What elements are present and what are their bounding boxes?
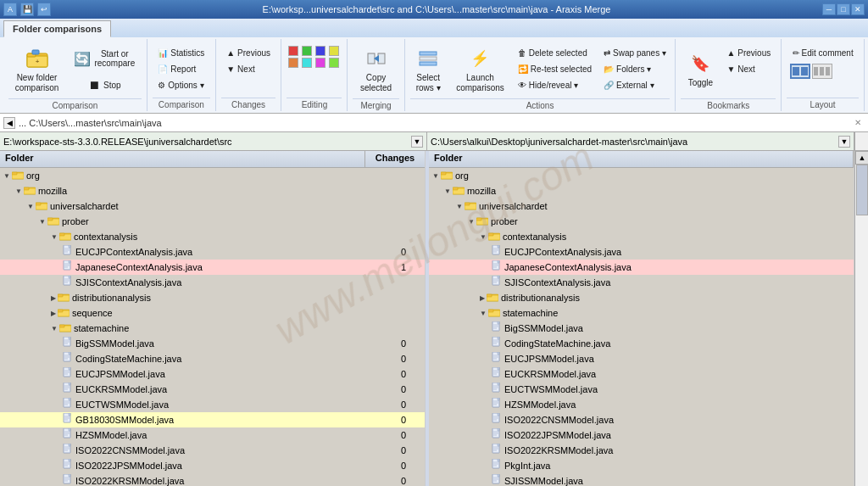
svg-rect-61 — [69, 367, 70, 370]
addr-back-button[interactable]: ◀ — [3, 117, 15, 129]
copy-selected-button[interactable]: Copyselected — [354, 42, 398, 97]
tree-row[interactable]: CodingStateMachine.java0 — [0, 351, 425, 366]
tree-item-label: CodingStateMachine.java — [504, 338, 854, 349]
tree-row[interactable]: ▼prober — [429, 214, 854, 229]
tree-row[interactable]: SJISContextAnalysis.java — [429, 275, 854, 290]
maximize-button[interactable]: □ — [837, 3, 850, 15]
start-recompare-button[interactable]: 🔄 Start orrecompare — [68, 46, 141, 71]
folders-button[interactable]: 📂 Folders ▾ — [599, 62, 670, 76]
swap-panes-button[interactable]: ⇄ Swap panes ▾ — [599, 46, 670, 60]
layout-3col-button[interactable] — [812, 64, 832, 79]
tree-row[interactable]: ISO2022CNSMModel.java0 — [0, 443, 425, 458]
tree-row[interactable]: ▼universalchardet — [429, 198, 854, 214]
tree-row[interactable]: ▼universalchardet — [0, 198, 425, 214]
hide-reveal-button[interactable]: 👁 Hide/reveal ▾ — [514, 78, 596, 92]
select-rows-icon — [416, 47, 440, 70]
tree-row[interactable]: ▶distributionanalysis — [429, 290, 854, 305]
close-tab-button[interactable]: ✕ — [854, 118, 861, 127]
tree-row[interactable]: CodingStateMachine.java — [429, 336, 854, 351]
tree-row[interactable]: EUCKRSMModel.java0 — [0, 382, 425, 397]
tree-row[interactable]: EUCTWSMModel.java0 — [0, 397, 425, 412]
new-folder-comparison-button[interactable]: + New foldercomparison — [9, 42, 65, 97]
tree-row[interactable]: SJISSMModel.java — [429, 473, 854, 486]
tree-row[interactable]: ISO2022JPSMModel.java — [429, 427, 854, 443]
java-file-icon — [492, 383, 502, 396]
external-button[interactable]: 🔗 External ▾ — [599, 78, 670, 92]
scroll-thumb[interactable] — [856, 165, 868, 215]
qa-undo[interactable]: ↩ — [37, 3, 51, 16]
tab-folder-comparisons[interactable]: Folder comparisons — [3, 20, 111, 37]
path-bars: ▼ ▼ — [0, 132, 868, 151]
close-button[interactable]: ✕ — [851, 3, 865, 15]
left-path-input[interactable] — [3, 137, 411, 147]
tree-row[interactable]: ▼org — [429, 168, 854, 183]
stop-button[interactable]: ⏹ Stop — [68, 73, 141, 97]
statistics-button[interactable]: 📊 Statistics — [153, 46, 209, 60]
scroll-track[interactable] — [855, 165, 868, 486]
tree-row[interactable]: EUCTWSMModel.java — [429, 382, 854, 397]
bookmarks-group-label: Bookmarks — [681, 98, 776, 112]
vertical-scrollbar[interactable]: ▲ ▼ — [854, 151, 868, 486]
tree-row[interactable]: ▶sequence — [0, 305, 425, 321]
layout-buttons — [788, 62, 858, 81]
svg-rect-5 — [368, 53, 375, 64]
java-file-icon — [63, 260, 73, 274]
tree-row[interactable]: HZSMModel.java0 — [0, 427, 425, 443]
next-button[interactable]: ▼ Next — [222, 62, 275, 76]
tree-row[interactable]: BigSSMModel.java0 — [0, 336, 425, 351]
bm-next-button[interactable]: ▼ Next — [722, 62, 775, 76]
tree-row[interactable]: ▼statemachine — [429, 305, 854, 321]
select-rows-button[interactable]: Selectrows ▾ — [409, 42, 447, 97]
tree-row[interactable]: ▼contextanalysis — [0, 229, 425, 244]
tree-row[interactable]: ▶distributionanalysis — [0, 290, 425, 305]
tree-row[interactable]: BigSSMModel.java — [429, 321, 854, 336]
options-button[interactable]: ⚙ Options ▾ — [153, 78, 209, 92]
svg-rect-86 — [69, 444, 70, 446]
tree-row[interactable]: JapaneseContextAnalysis.java — [429, 260, 854, 275]
delete-icon: 🗑 — [518, 48, 526, 58]
report-button[interactable]: 📄 Report — [153, 62, 209, 76]
tree-row[interactable]: EUCJPSMModel.java — [429, 351, 854, 366]
layout-2col-button[interactable] — [790, 64, 810, 79]
minimize-button[interactable]: ─ — [822, 3, 836, 15]
tree-row[interactable]: JapaneseContextAnalysis.java1 — [0, 260, 425, 275]
tree-row[interactable]: ISO2022JPSMModel.java0 — [0, 458, 425, 473]
right-path-input[interactable] — [431, 137, 838, 147]
left-path-dropdown[interactable]: ▼ — [411, 136, 423, 148]
retest-selected-button[interactable]: 🔁 Re-test selected — [514, 62, 596, 76]
java-file-icon — [63, 474, 73, 486]
tree-row[interactable]: ▼statemachine — [0, 321, 425, 336]
tree-row[interactable]: ▼org — [0, 168, 425, 183]
tree-row[interactable]: EUCKRSMModel.java — [429, 366, 854, 382]
tree-row[interactable]: EUCJPContextAnalysis.java — [429, 244, 854, 260]
tree-row[interactable]: ▼mozilla — [429, 183, 854, 198]
tree-row[interactable]: EUCJPContextAnalysis.java0 — [0, 244, 425, 260]
tree-row[interactable]: GB18030SMModel.java0 — [0, 412, 425, 427]
tree-row[interactable]: ▼mozilla — [0, 183, 425, 198]
delete-selected-button[interactable]: 🗑 Delete selected — [514, 46, 596, 60]
ribbon-group-changes: ▲ Previous ▼ Next Changes — [216, 39, 282, 111]
svg-rect-3 — [32, 50, 39, 54]
expand-icon: ▼ — [456, 203, 463, 210]
edit-comment-button[interactable]: ✏ Edit comment — [788, 46, 858, 60]
tree-row[interactable]: ISO2022KRSMModel.java0 — [0, 473, 425, 486]
tree-row[interactable]: ▼contextanalysis — [429, 229, 854, 244]
tree-row[interactable]: ISO2022CNSMModel.java — [429, 412, 854, 427]
bm-previous-button[interactable]: ▲ Previous — [722, 46, 775, 60]
qa-save[interactable]: 💾 — [20, 3, 34, 16]
tree-row[interactable]: SJISContextAnalysis.java — [0, 275, 425, 290]
right-path-dropdown[interactable]: ▼ — [838, 136, 850, 148]
scroll-up-button[interactable]: ▲ — [855, 151, 868, 165]
tree-row[interactable]: PkgInt.java — [429, 458, 854, 473]
launch-comparisons-button[interactable]: ⚡ Launchcomparisons — [450, 42, 510, 97]
tree-item-label: EUCJPContextAnalysis.java — [504, 247, 854, 257]
window-title: E:\worksp...universalchardet\src and C:\… — [51, 4, 822, 14]
previous-button[interactable]: ▲ Previous — [222, 46, 275, 60]
expand-icon: ▼ — [3, 172, 10, 180]
tree-row[interactable]: HZSMModel.java — [429, 397, 854, 412]
tree-row[interactable]: EUCJPSMModel.java0 — [0, 366, 425, 382]
toggle-button[interactable]: 🔖 Toggle — [682, 42, 719, 97]
edit-comment-label: Edit comment — [802, 48, 854, 58]
tree-row[interactable]: ▼prober — [0, 214, 425, 229]
tree-row[interactable]: ISO2022KRSMModel.java — [429, 443, 854, 458]
